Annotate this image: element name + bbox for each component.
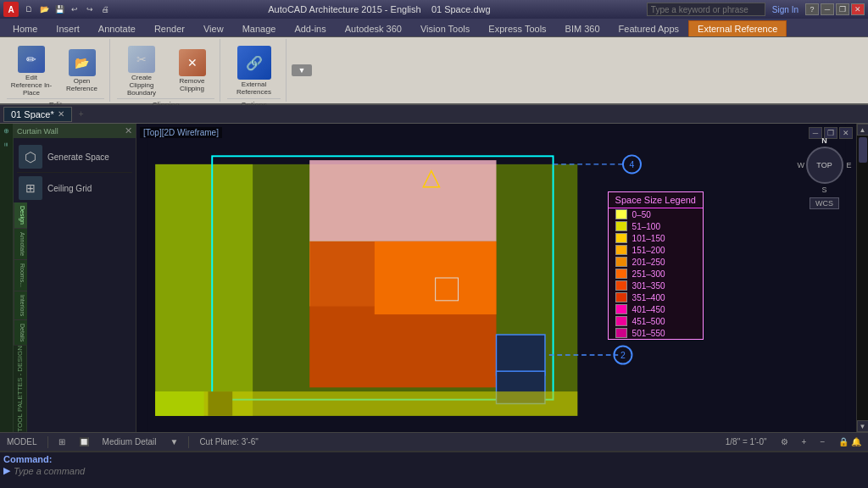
legend-color-51-100 — [615, 221, 627, 231]
left-palette-strip: ⊕ ≡ — [0, 124, 14, 432]
qa-open[interactable]: 📂 — [37, 3, 51, 16]
qa-new[interactable]: 🗋 — [22, 3, 36, 16]
status-detail[interactable]: Medium Detail — [99, 437, 160, 446]
wcs-btn[interactable]: WCS — [810, 197, 839, 209]
legend-color-351-400 — [615, 292, 627, 302]
qa-undo[interactable]: ↩ — [68, 3, 81, 16]
compass-e: E — [846, 161, 851, 169]
main-viewport[interactable]: [Top][2D Wireframe] ─ ❐ ✕ — [136, 124, 856, 432]
tab-annotate[interactable]: Annotate — [89, 20, 145, 36]
search-input[interactable] — [647, 3, 765, 16]
title-bar-left: A 🗋 📂 💾 ↩ ↪ 🖨 — [3, 2, 112, 17]
open-ref-label: Open Reference — [63, 78, 101, 93]
palette-tab-annotate[interactable]: Annotate — [14, 229, 27, 260]
tab-home[interactable]: Home — [3, 20, 47, 36]
command-textbox[interactable] — [14, 466, 865, 476]
legend-item-0-50: 0–50 — [609, 208, 703, 220]
tab-render[interactable]: Render — [145, 20, 194, 36]
status-zoom: 1/8" = 1'-0" — [722, 437, 771, 446]
legend-item-501-550: 501–550 — [609, 327, 703, 339]
tab-autodesk360[interactable]: Autodesk 360 — [336, 20, 411, 36]
palette-tab-details[interactable]: Details — [14, 320, 27, 346]
status-bar: MODEL ⊞ 🔲 Medium Detail ▼ Cut Plane: 3'-… — [0, 432, 868, 451]
generate-space-icon: ⬡ — [19, 145, 42, 169]
space-size-legend: Space Size Legend 0–50 51–100 101–150 15… — [608, 191, 704, 340]
status-minus-icon[interactable]: − — [816, 437, 828, 446]
palette-close-btn[interactable]: ✕ — [125, 125, 132, 136]
tab-addins[interactable]: Add-ins — [285, 20, 335, 36]
palette-content: ⬡ Generate Space ⊞ Ceiling Grid Theme Sp… — [14, 138, 136, 202]
sign-in-btn[interactable]: Sign In — [767, 5, 804, 14]
compass-top-label: TOP — [816, 161, 832, 169]
status-detail-chevron[interactable]: ▼ — [166, 437, 181, 446]
svg-rect-8 — [497, 335, 545, 375]
doc-tab-close-btn[interactable]: ✕ — [58, 109, 64, 119]
win-minimize[interactable]: ─ — [821, 3, 834, 15]
app-logo: A — [3, 2, 19, 17]
scroll-down-btn[interactable]: ▼ — [857, 420, 869, 432]
palette-item-generate-space[interactable]: ⬡ Generate Space — [17, 141, 132, 173]
legend-color-0-50 — [615, 209, 627, 219]
svg-rect-19 — [155, 391, 203, 416]
tool-palettes-panel: Curtain Wall ✕ ⬡ Generate Space ⊞ Ceilin… — [14, 124, 136, 432]
ribbon-panel: ✏ Edit Reference In-Place 📂 Open Referen… — [0, 37, 868, 105]
quick-access-toolbar: 🗋 📂 💾 ↩ ↪ 🖨 — [22, 3, 112, 16]
open-reference-btn[interactable]: 📂 Open Reference — [59, 47, 104, 95]
ribbon-group-edit: ✏ Edit Reference In-Place 📂 Open Referen… — [2, 39, 110, 102]
win-close[interactable]: ✕ — [851, 3, 865, 15]
remove-clip-icon: ✕ — [179, 49, 206, 76]
win-restore[interactable]: ❐ — [836, 3, 849, 15]
doc-tab-space[interactable]: 01 Space* ✕ — [3, 107, 72, 122]
scroll-track[interactable] — [857, 136, 868, 420]
edit-ref-label: Edit Reference In-Place — [10, 75, 53, 97]
tab-bim360[interactable]: BIM 360 — [556, 20, 609, 36]
filename: 01 Space.dwg — [431, 4, 491, 14]
ceiling-grid-icon: ⊞ — [19, 176, 42, 200]
status-settings-icon[interactable]: ⚙ — [777, 437, 792, 446]
app-title: AutoCAD Architecture 2015 - English — [268, 4, 420, 14]
tab-view[interactable]: View — [194, 20, 233, 36]
legend-item-351-400: 351–400 — [609, 291, 703, 303]
win-help[interactable]: ? — [805, 3, 819, 15]
clipping-group-items: ✂ Create Clipping Boundary ✕ Remove Clip… — [117, 41, 214, 98]
workarea: ⊕ ≡ Curtain Wall ✕ ⬡ Generate Space ⊞ — [0, 124, 868, 432]
lps-layers[interactable]: ≡ — [2, 138, 11, 151]
palette-tab-design[interactable]: Design — [14, 202, 27, 229]
ribbon-dropdown[interactable]: ▼ — [292, 64, 312, 76]
qa-print[interactable]: 🖨 — [98, 3, 112, 16]
scroll-thumb[interactable] — [859, 137, 867, 163]
status-plus-icon[interactable]: + — [798, 437, 810, 446]
palette-item-ceiling-grid[interactable]: ⊞ Ceiling Grid — [17, 173, 132, 202]
ribbon-group-clipping: ✂ Create Clipping Boundary ✕ Remove Clip… — [112, 39, 220, 102]
svg-text:2: 2 — [620, 350, 626, 360]
tab-vision[interactable]: Vision Tools — [411, 20, 479, 36]
tab-insert[interactable]: Insert — [47, 20, 89, 36]
legend-range-0-50: 0–50 — [632, 210, 651, 219]
qa-save[interactable]: 💾 — [53, 3, 66, 16]
qa-redo[interactable]: ↪ — [83, 3, 97, 16]
legend-item-301-350: 301–350 — [609, 280, 703, 291]
palette-tabs-vertical: Design Annotate Rooms... Interiors Detai… — [14, 202, 27, 347]
external-references-btn[interactable]: 🔗 External References — [227, 44, 281, 98]
lps-snap[interactable]: ⊕ — [2, 124, 11, 138]
palette-tab-interiors[interactable]: Interiors — [14, 291, 27, 320]
svg-rect-20 — [208, 391, 232, 416]
edit-group-items: ✏ Edit Reference In-Place 📂 Open Referen… — [7, 41, 104, 98]
doc-tab-name: 01 Space* — [11, 109, 54, 119]
tab-featured[interactable]: Featured Apps — [609, 20, 689, 36]
create-clipping-btn[interactable]: ✂ Create Clipping Boundary — [117, 44, 166, 98]
palette-tab-rooms[interactable]: Rooms... — [14, 260, 27, 291]
tab-manage[interactable]: Manage — [233, 20, 286, 36]
tab-express[interactable]: Express Tools — [479, 20, 555, 36]
compass-s: S — [821, 186, 826, 194]
scroll-up-btn[interactable]: ▲ — [857, 124, 869, 136]
edit-reference-inplace-btn[interactable]: ✏ Edit Reference In-Place — [7, 44, 56, 98]
remove-clipping-btn[interactable]: ✕ Remove Clipping — [170, 47, 214, 95]
edit-ref-icon: ✏ — [18, 46, 45, 73]
new-tab-btn[interactable]: + — [75, 109, 87, 119]
ext-refs-icon: 🔗 — [237, 46, 271, 80]
compass-n: N — [821, 136, 827, 145]
legend-item-151-200: 151–200 — [609, 244, 703, 256]
tab-external-reference[interactable]: External Reference — [688, 20, 787, 36]
legend-range-51-100: 51–100 — [632, 222, 660, 231]
